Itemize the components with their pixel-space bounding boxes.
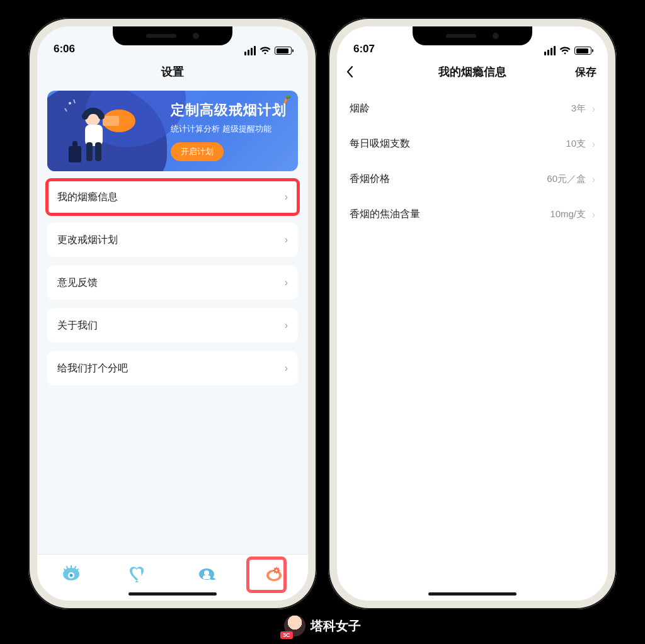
row-label: 烟龄 <box>350 102 370 115</box>
notch <box>413 26 532 45</box>
row-about-us[interactable]: 关于我们 › <box>47 308 298 342</box>
cellular-icon <box>544 46 556 55</box>
row-value: 10mg/支 <box>550 208 586 220</box>
chevron-right-icon: › <box>285 277 288 288</box>
cellular-icon <box>244 46 256 55</box>
chevron-right-icon: › <box>285 234 288 246</box>
tab-community[interactable] <box>194 562 219 587</box>
tab-health[interactable] <box>126 562 151 587</box>
megaphone-illustration <box>64 97 139 166</box>
screen-right: 6:07 我的烟瘾信息 保存 烟龄 3年› <box>337 26 608 601</box>
svg-rect-4 <box>86 142 93 161</box>
row-feedback[interactable]: 意见反馈 › <box>47 266 298 300</box>
settings-list: 我的烟瘾信息 › 更改戒烟计划 › 意见反馈 › 关于我们 › 给我们打个分吧 <box>37 180 308 385</box>
chevron-right-icon: › <box>592 209 595 220</box>
promo-banner[interactable]: 🥕 <box>47 91 298 171</box>
status-indicators <box>544 46 591 55</box>
svg-point-14 <box>276 569 278 571</box>
row-price[interactable]: 香烟价格 60元／盒› <box>337 161 608 196</box>
nav-header: 我的烟瘾信息 保存 <box>337 58 608 86</box>
page-title: 我的烟瘾信息 <box>438 64 506 79</box>
row-change-plan[interactable]: 更改戒烟计划 › <box>47 223 298 257</box>
row-rate-us[interactable]: 给我们打个分吧 › <box>47 351 298 385</box>
chevron-right-icon: › <box>285 363 288 374</box>
watermark: 塔科女子 <box>284 615 361 636</box>
status-time: 6:07 <box>353 43 375 55</box>
chevron-right-icon: › <box>592 138 595 149</box>
row-my-addiction-info[interactable]: 我的烟瘾信息 › <box>47 180 298 214</box>
notch <box>113 26 232 45</box>
row-value: 60元／盒 <box>547 173 586 185</box>
chevron-right-icon: › <box>285 191 288 203</box>
chevron-right-icon: › <box>592 174 595 184</box>
svg-point-10 <box>69 574 72 577</box>
status-time: 6:06 <box>54 43 75 55</box>
svg-rect-7 <box>72 141 77 147</box>
wifi-icon <box>559 47 571 55</box>
row-tar[interactable]: 香烟的焦油含量 10mg/支› <box>337 196 608 232</box>
wifi-icon <box>260 47 271 55</box>
save-button[interactable]: 保存 <box>575 58 596 86</box>
back-button[interactable] <box>346 58 353 86</box>
row-label: 香烟的焦油含量 <box>350 208 420 221</box>
battery-icon <box>574 47 591 55</box>
phone-frame-right: 6:07 我的烟瘾信息 保存 烟龄 3年› <box>328 18 617 609</box>
chevron-right-icon: › <box>285 320 288 331</box>
home-indicator[interactable] <box>128 592 217 596</box>
row-label: 意见反馈 <box>57 276 98 290</box>
row-label: 我的烟瘾信息 <box>57 191 118 204</box>
info-list: 烟龄 3年› 每日吸烟支数 10支› 香烟价格 60元／盒› 香烟的焦油含量 1… <box>337 86 608 232</box>
row-smoking-years[interactable]: 烟龄 3年› <box>337 91 608 126</box>
banner-subtitle: 统计计算分析 超级提醒功能 <box>171 123 287 135</box>
nav-header: 设置 <box>37 58 308 86</box>
svg-rect-6 <box>69 146 81 162</box>
screen-left: 6:06 设置 🥕 <box>37 26 308 601</box>
svg-rect-1 <box>103 116 119 126</box>
watermark-text: 塔科女子 <box>311 618 361 635</box>
battery-icon <box>275 47 292 55</box>
row-label: 关于我们 <box>57 319 98 332</box>
status-indicators <box>244 46 292 55</box>
row-value: 10支 <box>566 138 586 150</box>
home-indicator[interactable] <box>428 592 517 596</box>
banner-cta-button[interactable]: 开启计划 <box>171 142 224 161</box>
row-label: 每日吸烟支数 <box>350 137 410 150</box>
row-value: 3年 <box>571 103 586 115</box>
chevron-right-icon: › <box>592 103 595 114</box>
row-daily-count[interactable]: 每日吸烟支数 10支› <box>337 126 608 161</box>
tab-settings[interactable] <box>261 562 287 587</box>
watermark-avatar-icon <box>284 615 305 636</box>
svg-point-11 <box>204 570 209 575</box>
banner-title: 定制高级戒烟计划 <box>171 101 287 120</box>
page-title: 设置 <box>161 64 184 79</box>
chevron-left-icon <box>346 65 353 78</box>
svg-point-8 <box>69 102 71 105</box>
row-label: 香烟价格 <box>350 172 390 186</box>
phone-frame-left: 6:06 设置 🥕 <box>28 18 317 609</box>
svg-rect-12 <box>203 575 210 579</box>
row-label: 给我们打个分吧 <box>57 362 128 375</box>
svg-rect-5 <box>95 142 101 161</box>
tab-home[interactable] <box>59 562 84 587</box>
row-label: 更改戒烟计划 <box>57 234 118 247</box>
